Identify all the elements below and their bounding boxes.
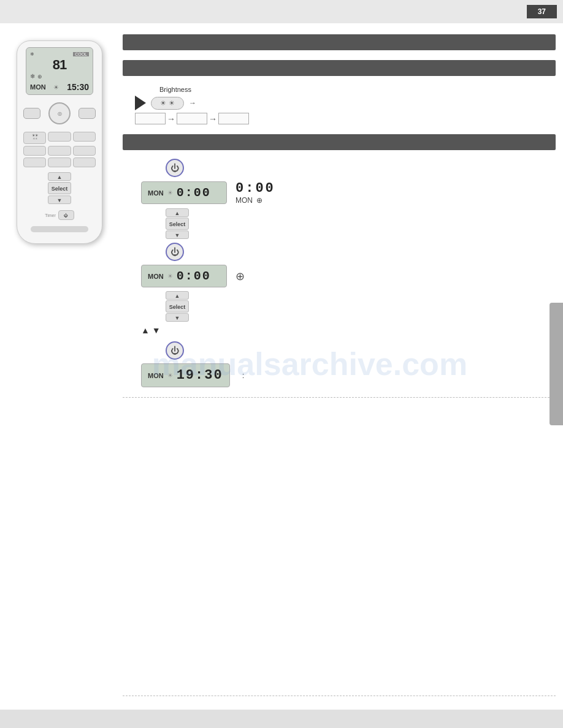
btn-brightness[interactable]: ☀☀ ☀☀ <box>23 132 46 144</box>
screen-mode-icon: ❄ <box>30 51 34 57</box>
mon-1930-display: MON ☀ 19:30 <box>141 363 230 387</box>
lcd-time-2: 0:00 <box>177 269 211 283</box>
btn-g9[interactable] <box>73 157 96 167</box>
bottom-bar <box>0 710 563 728</box>
sel-label-1[interactable]: Select <box>166 218 189 230</box>
btn-g7[interactable] <box>23 157 46 167</box>
step1-clock-btn-row: ⏻ <box>135 159 556 177</box>
sel-up-2[interactable]: ▲ <box>166 291 189 300</box>
brightness-btn-sublabel: ☀☀ <box>24 137 45 140</box>
lcd-day-1: MON <box>148 189 164 197</box>
sel-up-1[interactable]: ▲ <box>166 208 189 217</box>
brightness-row: ☀ ☀ → <box>135 96 196 110</box>
digital-time-1: 0:00 <box>236 181 275 196</box>
remote-timer-row: Timer ⏻ <box>45 210 74 220</box>
remote-screen: ❄ COOL 81 ❄ ⊕ MON ☀ 15:30 <box>26 47 93 95</box>
step3-display-row: MON ☀ 19:30 : <box>141 363 244 387</box>
flow-step-1 <box>135 113 166 124</box>
select-up-btn[interactable]: ▲ <box>48 172 71 181</box>
digital-day-1: MON ⊕ <box>236 196 262 205</box>
flow-step-2 <box>177 113 207 124</box>
step2-clock-btn[interactable]: ⏻ <box>166 243 184 261</box>
screen-day: MON <box>30 83 46 91</box>
page-number-badge: 37 <box>527 5 557 18</box>
btn-g5[interactable] <box>48 146 71 156</box>
mon-time-display: 19:30 <box>177 368 223 383</box>
remote-select-area: ▲ Select ▼ <box>23 172 96 204</box>
sel-down-2[interactable]: ▼ <box>166 313 189 322</box>
btn-g2[interactable] <box>48 132 71 142</box>
mon-label: MON <box>148 372 164 379</box>
section2-header <box>123 60 556 76</box>
screen-sun-icon: ☀ <box>53 84 59 91</box>
btn-g6[interactable] <box>73 146 96 156</box>
step1-display-row: MON ☀ 0:00 0:00 MON ⊕ <box>141 181 275 205</box>
top-bar: 37 <box>0 0 563 23</box>
brightness-button[interactable]: ☀ ☀ <box>151 97 184 110</box>
select-group-1: ▲ Select ▼ <box>166 208 189 239</box>
step3-clock-btn-row: ⏻ <box>135 341 556 360</box>
step2-clock-symbol: ⊕ <box>236 270 245 283</box>
clock-power-icon-2: ⏻ <box>170 247 179 257</box>
clock-power-icon-1: ⏻ <box>170 163 179 173</box>
timer-label: Timer <box>45 213 56 218</box>
sel-label-2[interactable]: Select <box>166 300 189 313</box>
remote-bottom-strip <box>31 226 88 232</box>
btn-right-top[interactable] <box>79 108 96 119</box>
remote-control: ❄ COOL 81 ❄ ⊕ MON ☀ 15:30 ◎ <box>17 40 102 244</box>
dotted-separator-1 <box>123 397 556 398</box>
step3-clock-btn[interactable]: ⏻ <box>166 341 184 360</box>
extra-content-area <box>123 404 556 689</box>
up-arrow-icon: ▲ <box>141 325 150 335</box>
step2-clock-btn-row: ⏻ <box>135 243 556 261</box>
brightness-label: Brightness <box>159 86 191 93</box>
mon-sun-icon: ☀ <box>167 372 173 379</box>
step1-clock-btn[interactable]: ⏻ <box>166 159 184 177</box>
step2-display-row: MON ☀ 0:00 ⊕ <box>141 265 245 287</box>
screen-top-row: ❄ COOL <box>30 51 89 57</box>
btn-left-top[interactable] <box>23 108 40 119</box>
lcd-display-2: MON ☀ 0:00 <box>141 265 227 287</box>
flow-step-3 <box>218 113 249 124</box>
timer-btn[interactable]: ⏻ <box>58 210 74 220</box>
lcd-sun-2: ☀ <box>167 273 173 279</box>
instructions-column: Brightness ☀ ☀ → → → <box>123 34 556 702</box>
sun-icon-1: ☀ <box>160 99 166 107</box>
lcd-day-2: MON <box>148 273 164 280</box>
screen-temperature: 81 <box>30 58 89 72</box>
screen-bottom-row: MON ☀ 15:30 <box>30 82 89 92</box>
main-area: ❄ COOL 81 ❄ ⊕ MON ☀ 15:30 ◎ <box>0 23 563 710</box>
updown-note-row: ▲ ▼ <box>141 325 161 335</box>
play-icon <box>135 96 146 110</box>
remote-column: ❄ COOL 81 ❄ ⊕ MON ☀ 15:30 ◎ <box>7 34 112 702</box>
select-group-2: ▲ Select ▼ <box>166 291 189 322</box>
screen-label-small: COOL <box>73 52 89 56</box>
colon-separator: : <box>242 371 245 380</box>
select-down-btn[interactable]: ▼ <box>48 195 71 204</box>
brightness-flow: → → <box>135 113 249 124</box>
flow-arrow-2: → <box>207 114 218 124</box>
clock-section: ⏻ MON ☀ 0:00 0:00 MON ⊕ <box>123 155 556 391</box>
screen-snowflake-icon: ❄ <box>30 73 35 80</box>
screen-fan-icon: ⊕ <box>37 74 42 80</box>
screen-time: 15:30 <box>67 82 89 92</box>
btn-g4[interactable] <box>23 146 46 156</box>
circle-btn-icon: ◎ <box>58 111 62 116</box>
digital-day-text-1: MON <box>236 196 253 205</box>
lcd-time-1: 0:00 <box>177 186 211 200</box>
select-btn[interactable]: Select <box>48 182 71 194</box>
sel-down-1[interactable]: ▼ <box>166 230 189 239</box>
clock-power-icon-3: ⏻ <box>170 346 179 355</box>
btn-g8[interactable] <box>48 157 71 167</box>
btn-g3[interactable] <box>73 132 96 142</box>
arrow-right-icon: → <box>189 99 196 107</box>
lcd-sun-1: ☀ <box>167 189 173 196</box>
btn-center-circle[interactable]: ◎ <box>48 102 71 124</box>
remote-top-buttons: ◎ <box>23 102 96 124</box>
section1-header <box>123 34 556 50</box>
lcd-display-1: MON ☀ 0:00 <box>141 181 227 204</box>
side-tab <box>550 303 563 425</box>
digital-clock-icon-1: ⊕ <box>256 196 262 205</box>
digital-display-1: 0:00 MON ⊕ <box>236 181 275 205</box>
updown-arrows: ▲ ▼ <box>141 325 161 335</box>
